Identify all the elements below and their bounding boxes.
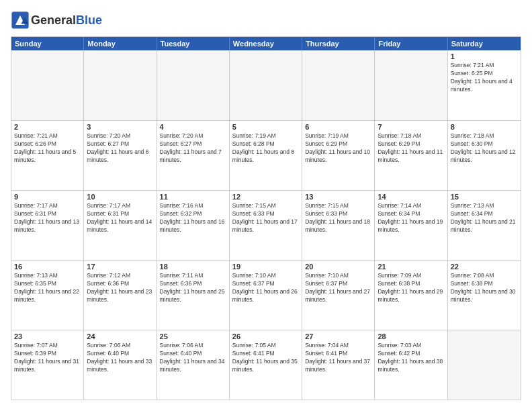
day-info: Sunrise: 7:13 AMSunset: 6:35 PMDaylight:… — [14, 272, 81, 304]
calendar-cell: 5Sunrise: 7:19 AMSunset: 6:28 PMDaylight… — [230, 121, 302, 190]
calendar-cell: 15Sunrise: 7:13 AMSunset: 6:34 PMDayligh… — [448, 191, 521, 260]
calendar-cell: 21Sunrise: 7:09 AMSunset: 6:38 PMDayligh… — [375, 261, 447, 330]
day-number: 13 — [305, 193, 371, 201]
day-number: 5 — [232, 123, 299, 131]
calendar-cell — [157, 50, 230, 120]
calendar-cell — [448, 330, 521, 400]
day-info: Sunrise: 7:19 AMSunset: 6:28 PMDaylight:… — [232, 132, 299, 165]
day-number: 17 — [87, 263, 153, 271]
day-number: 15 — [451, 193, 518, 201]
calendar-cell — [84, 50, 157, 120]
day-number: 16 — [14, 263, 81, 271]
calendar-cell: 19Sunrise: 7:10 AMSunset: 6:37 PMDayligh… — [230, 261, 302, 330]
day-number: 2 — [14, 123, 81, 131]
calendar-cell: 24Sunrise: 7:06 AMSunset: 6:40 PMDayligh… — [84, 330, 157, 400]
day-info: Sunrise: 7:10 AMSunset: 6:37 PMDaylight:… — [305, 272, 371, 304]
calendar-cell: 18Sunrise: 7:11 AMSunset: 6:36 PMDayligh… — [157, 261, 230, 330]
weekday-header-friday: Friday — [375, 37, 447, 50]
day-number: 8 — [451, 123, 518, 131]
calendar-cell — [302, 50, 375, 120]
day-number: 6 — [305, 123, 371, 131]
day-info: Sunrise: 7:18 AMSunset: 6:30 PMDaylight:… — [451, 132, 518, 165]
day-number: 26 — [232, 332, 299, 340]
day-info: Sunrise: 7:20 AMSunset: 6:27 PMDaylight:… — [160, 132, 226, 165]
page: GeneralBlue SundayMondayTuesdayWednesday… — [0, 0, 532, 411]
day-info: Sunrise: 7:11 AMSunset: 6:36 PMDaylight:… — [160, 272, 226, 304]
day-number: 14 — [378, 193, 444, 201]
day-info: Sunrise: 7:14 AMSunset: 6:34 PMDaylight:… — [378, 202, 444, 234]
calendar-body: 1Sunrise: 7:21 AMSunset: 6:25 PMDaylight… — [11, 50, 521, 400]
day-number: 24 — [87, 332, 153, 340]
day-number: 21 — [378, 263, 444, 271]
day-number: 1 — [451, 52, 518, 60]
day-number: 25 — [160, 332, 226, 340]
header: GeneralBlue — [11, 11, 521, 30]
calendar-cell: 7Sunrise: 7:18 AMSunset: 6:29 PMDaylight… — [375, 121, 447, 190]
logo-text: GeneralBlue — [31, 13, 102, 28]
day-number: 27 — [305, 332, 371, 340]
day-info: Sunrise: 7:03 AMSunset: 6:42 PMDaylight:… — [378, 342, 444, 374]
logo: GeneralBlue — [11, 11, 102, 30]
calendar-cell: 27Sunrise: 7:04 AMSunset: 6:41 PMDayligh… — [302, 330, 375, 400]
calendar-cell: 11Sunrise: 7:16 AMSunset: 6:32 PMDayligh… — [157, 191, 230, 260]
day-info: Sunrise: 7:17 AMSunset: 6:31 PMDaylight:… — [14, 202, 81, 234]
logo-icon — [11, 11, 30, 30]
day-info: Sunrise: 7:12 AMSunset: 6:36 PMDaylight:… — [87, 272, 153, 304]
calendar-cell: 28Sunrise: 7:03 AMSunset: 6:42 PMDayligh… — [375, 330, 447, 400]
calendar-cell: 3Sunrise: 7:20 AMSunset: 6:27 PMDaylight… — [84, 121, 157, 190]
day-number: 3 — [87, 123, 153, 131]
calendar: SundayMondayTuesdayWednesdayThursdayFrid… — [11, 36, 521, 400]
day-info: Sunrise: 7:15 AMSunset: 6:33 PMDaylight:… — [232, 202, 299, 234]
day-number: 19 — [232, 263, 299, 271]
calendar-cell: 9Sunrise: 7:17 AMSunset: 6:31 PMDaylight… — [11, 191, 84, 260]
day-info: Sunrise: 7:10 AMSunset: 6:37 PMDaylight:… — [232, 272, 299, 304]
day-number: 4 — [160, 123, 226, 131]
day-info: Sunrise: 7:21 AMSunset: 6:25 PMDaylight:… — [451, 62, 518, 94]
day-info: Sunrise: 7:19 AMSunset: 6:29 PMDaylight:… — [305, 132, 371, 165]
calendar-cell: 8Sunrise: 7:18 AMSunset: 6:30 PMDaylight… — [448, 121, 521, 190]
calendar-cell — [230, 50, 302, 120]
day-number: 23 — [14, 332, 81, 340]
day-info: Sunrise: 7:16 AMSunset: 6:32 PMDaylight:… — [160, 202, 226, 234]
day-info: Sunrise: 7:07 AMSunset: 6:39 PMDaylight:… — [14, 342, 81, 374]
calendar-cell: 12Sunrise: 7:15 AMSunset: 6:33 PMDayligh… — [230, 191, 302, 260]
day-number: 7 — [378, 123, 444, 131]
day-info: Sunrise: 7:08 AMSunset: 6:38 PMDaylight:… — [451, 272, 518, 304]
weekday-header-tuesday: Tuesday — [157, 37, 230, 50]
day-info: Sunrise: 7:17 AMSunset: 6:31 PMDaylight:… — [87, 202, 153, 234]
day-info: Sunrise: 7:18 AMSunset: 6:29 PMDaylight:… — [378, 132, 444, 165]
calendar-cell: 22Sunrise: 7:08 AMSunset: 6:38 PMDayligh… — [448, 261, 521, 330]
day-info: Sunrise: 7:06 AMSunset: 6:40 PMDaylight:… — [87, 342, 153, 374]
calendar-cell: 23Sunrise: 7:07 AMSunset: 6:39 PMDayligh… — [11, 330, 84, 400]
calendar-cell: 25Sunrise: 7:06 AMSunset: 6:40 PMDayligh… — [157, 330, 230, 400]
day-info: Sunrise: 7:06 AMSunset: 6:40 PMDaylight:… — [160, 342, 226, 374]
day-info: Sunrise: 7:05 AMSunset: 6:41 PMDaylight:… — [232, 342, 299, 374]
day-info: Sunrise: 7:20 AMSunset: 6:27 PMDaylight:… — [87, 132, 153, 165]
calendar-cell: 13Sunrise: 7:15 AMSunset: 6:33 PMDayligh… — [302, 191, 375, 260]
weekday-header-monday: Monday — [84, 37, 157, 50]
weekday-header-wednesday: Wednesday — [230, 37, 302, 50]
day-number: 18 — [160, 263, 226, 271]
day-number: 22 — [451, 263, 518, 271]
calendar-cell: 16Sunrise: 7:13 AMSunset: 6:35 PMDayligh… — [11, 261, 84, 330]
calendar-cell — [375, 50, 447, 120]
day-info: Sunrise: 7:15 AMSunset: 6:33 PMDaylight:… — [305, 202, 371, 234]
day-number: 9 — [14, 193, 81, 201]
calendar-row-3: 16Sunrise: 7:13 AMSunset: 6:35 PMDayligh… — [11, 260, 521, 330]
day-number: 12 — [232, 193, 299, 201]
day-info: Sunrise: 7:21 AMSunset: 6:26 PMDaylight:… — [14, 132, 81, 165]
calendar-cell: 6Sunrise: 7:19 AMSunset: 6:29 PMDaylight… — [302, 121, 375, 190]
calendar-cell — [11, 50, 84, 120]
weekday-header-sunday: Sunday — [11, 37, 84, 50]
day-info: Sunrise: 7:04 AMSunset: 6:41 PMDaylight:… — [305, 342, 371, 374]
day-info: Sunrise: 7:09 AMSunset: 6:38 PMDaylight:… — [378, 272, 444, 304]
day-number: 10 — [87, 193, 153, 201]
day-number: 20 — [305, 263, 371, 271]
calendar-cell: 4Sunrise: 7:20 AMSunset: 6:27 PMDaylight… — [157, 121, 230, 190]
calendar-cell: 2Sunrise: 7:21 AMSunset: 6:26 PMDaylight… — [11, 121, 84, 190]
calendar-header: SundayMondayTuesdayWednesdayThursdayFrid… — [11, 37, 521, 50]
day-number: 28 — [378, 332, 444, 340]
day-number: 11 — [160, 193, 226, 201]
calendar-cell: 17Sunrise: 7:12 AMSunset: 6:36 PMDayligh… — [84, 261, 157, 330]
calendar-cell: 26Sunrise: 7:05 AMSunset: 6:41 PMDayligh… — [230, 330, 302, 400]
